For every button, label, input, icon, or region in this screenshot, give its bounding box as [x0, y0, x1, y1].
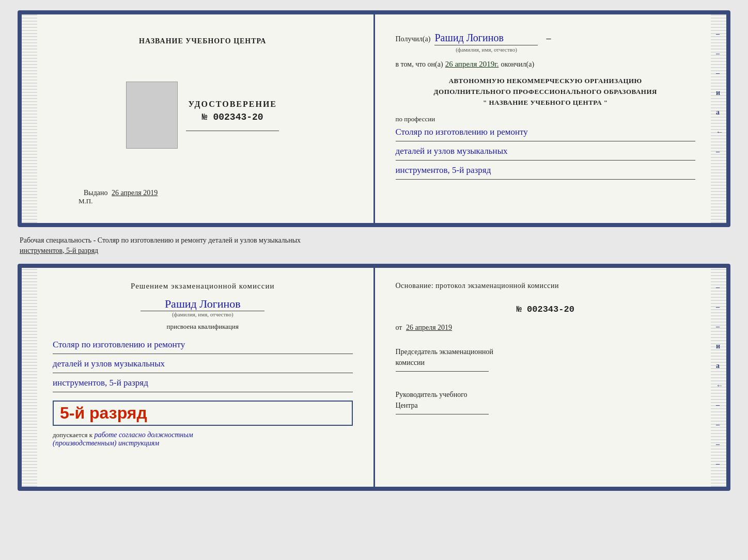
- profession-line3: инструментов, 5-й разряд: [396, 162, 696, 180]
- top-left-panel: НАЗВАНИЕ УЧЕБНОГО ЦЕНТРА УДОСТОВЕРЕНИЕ №…: [22, 14, 373, 223]
- basis-label: Основание: протокол экзаменационной коми…: [396, 280, 696, 292]
- assigned-label: присвоена квалификация: [53, 323, 353, 331]
- protocol-date-value: 26 апреля 2019: [406, 324, 452, 331]
- person-name: Рашид Логинов: [141, 297, 264, 311]
- top-right-panel: Получил(а) Рашид Логинов (фамилия, имя, …: [375, 14, 727, 223]
- chairman-signature-line: [396, 371, 489, 372]
- profession-line2: деталей и узлов музыкальных: [396, 142, 696, 161]
- qual-line2: деталей и узлов музыкальных: [53, 355, 353, 373]
- top-left-title: НАЗВАНИЕ УЧЕБНОГО ЦЕНТРА: [139, 37, 266, 45]
- rank-text: 5-й разряд: [60, 404, 346, 423]
- rank-highlight-box: 5-й разряд: [53, 401, 353, 426]
- cert-number: № 002343-20: [202, 112, 263, 122]
- qualification-block: Столяр по изготовлению и ремонту деталей…: [53, 336, 353, 393]
- org-block: АВТОНОМНУЮ НЕКОММЕРЧЕСКУЮ ОРГАНИЗАЦИЮ ДО…: [396, 76, 696, 108]
- org-line1: АВТОНОМНУЮ НЕКОММЕРЧЕСКУЮ ОРГАНИЗАЦИЮ: [396, 76, 696, 87]
- right-edge-marks: – – – и а ← –: [716, 30, 723, 156]
- recipient-label: Получил(а): [396, 35, 431, 43]
- chairman-label: Председатель экзаменационной комиссии: [396, 346, 696, 372]
- bottom-right-panel: Основание: протокол экзаменационной коми…: [375, 268, 727, 487]
- fio-small: (фамилия, имя, отчество): [172, 311, 233, 317]
- profession-label: по профессии: [396, 115, 696, 123]
- allowed-value2: (производственным) инструкциям: [53, 439, 159, 447]
- date-suffix: окончил(а): [501, 60, 534, 69]
- top-document: НАЗВАНИЕ УЧЕБНОГО ЦЕНТРА УДОСТОВЕРЕНИЕ №…: [18, 10, 730, 227]
- allowed-value: работе согласно должностным: [94, 431, 193, 439]
- profession-block: по профессии Столяр по изготовлению и ре…: [396, 115, 696, 181]
- recipient-block: Получил(а) Рашид Логинов (фамилия, имя, …: [396, 27, 696, 53]
- issued-label: Выдано: [84, 189, 108, 197]
- qual-line3: инструментов, 5-й разряд: [53, 374, 353, 392]
- profession-line1: Столяр по изготовлению и ремонту: [396, 123, 696, 141]
- cert-title: УДОСТОВЕРЕНИЕ: [188, 100, 277, 109]
- recipient-row: Получил(а) Рашид Логинов (фамилия, имя, …: [396, 32, 696, 53]
- allowed-label: допускается к: [53, 431, 92, 439]
- date-row: в том, что он(а) 26 апреля 2019г. окончи…: [396, 60, 696, 69]
- date-prefix: от: [396, 324, 402, 331]
- stamp-label: М.П.: [79, 197, 92, 205]
- bottom-left-panel: Решением экзаменационной комиссии Рашид …: [22, 268, 373, 487]
- date-value: 26 апреля 2019г.: [445, 60, 499, 69]
- issued-row: Выдано 26 апреля 2019: [84, 189, 158, 197]
- recipient-name: Рашид Логинов: [434, 32, 538, 45]
- specialty-text1: Рабочая специальность - Столяр по изгото…: [20, 236, 301, 244]
- org-line2: ДОПОЛНИТЕЛЬНОГО ПРОФЕССИОНАЛЬНОГО ОБРАЗО…: [396, 87, 696, 98]
- qual-line1: Столяр по изготовлению и ремонту: [53, 336, 353, 354]
- issued-date: 26 апреля 2019: [112, 189, 158, 197]
- date-intro: в том, что он(а): [396, 60, 443, 69]
- head-signature-line: [396, 414, 489, 414]
- specialty-text2: инструментов, 5-й разряд: [20, 247, 98, 254]
- person-block: Рашид Логинов (фамилия, имя, отчество): [53, 297, 353, 317]
- specialty-label: Рабочая специальность - Столяр по изгото…: [18, 235, 730, 255]
- cert-info: УДОСТОВЕРЕНИЕ № 002343-20: [186, 100, 279, 131]
- allowed-row: допускается к работе согласно должностны…: [53, 431, 353, 447]
- protocol-number: № 002343-20: [396, 305, 696, 314]
- fio-label: (фамилия, имя, отчество): [434, 46, 538, 53]
- head-label: Руководитель учебного Центра: [396, 389, 696, 414]
- protocol-date-row: от 26 апреля 2019: [396, 324, 696, 332]
- commission-title: Решением экзаменационной комиссии: [53, 280, 353, 292]
- cert-row: УДОСТОВЕРЕНИЕ № 002343-20: [126, 82, 279, 149]
- bottom-document: Решением экзаменационной комиссии Рашид …: [18, 264, 730, 491]
- org-line3: " НАЗВАНИЕ УЧЕБНОГО ЦЕНТРА ": [396, 98, 696, 108]
- bottom-right-edge-marks: – – – и а ← – – – –: [716, 283, 723, 468]
- photo-placeholder: [126, 82, 178, 149]
